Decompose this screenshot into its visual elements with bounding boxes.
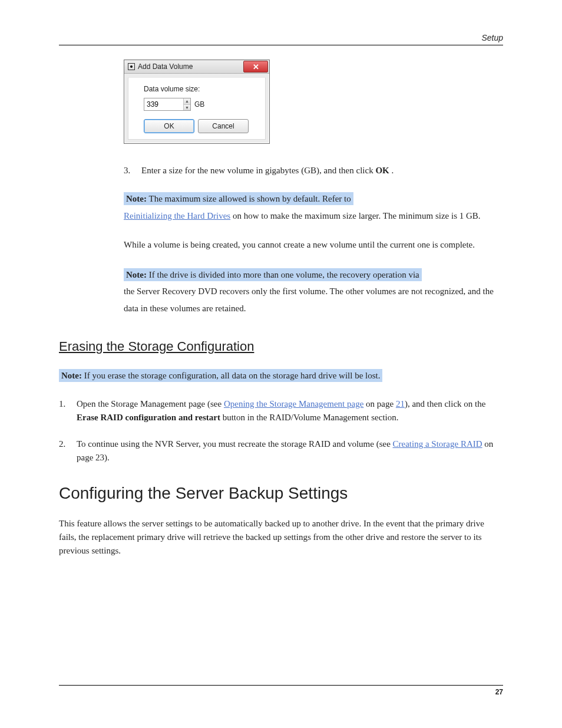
step-3: 3. Enter a size for the new volume in gi… bbox=[124, 164, 503, 177]
close-icon: ✕ bbox=[253, 62, 259, 71]
page-header: Setup bbox=[59, 33, 503, 45]
dialog-title: Add Data Volume bbox=[138, 62, 193, 71]
dialog-body: Data volume size: ▲ ▼ GB OK Cancel bbox=[128, 77, 266, 140]
heading-erase-storage: Erasing the Storage Configuration bbox=[59, 339, 503, 354]
volume-size-input[interactable] bbox=[144, 98, 183, 110]
link-creating-storage-raid[interactable]: Creating a Storage RAID bbox=[393, 439, 482, 449]
dialog-titlebar: Add Data Volume ✕ bbox=[124, 60, 269, 74]
step-number: 3. bbox=[124, 164, 133, 177]
page-footer: 27 bbox=[59, 685, 503, 696]
step-number: 1. bbox=[59, 397, 68, 425]
note-max-size: Note: The maximum size allowed is shown … bbox=[124, 190, 503, 224]
spin-down-icon[interactable]: ▼ bbox=[184, 104, 190, 111]
system-icon bbox=[128, 63, 135, 70]
close-button[interactable]: ✕ bbox=[243, 61, 268, 73]
page-number: 27 bbox=[495, 688, 503, 696]
ok-button[interactable]: OK bbox=[144, 119, 194, 133]
note-erase-warning: Note: If you erase the storage configura… bbox=[59, 367, 503, 384]
link-reinit-drives[interactable]: Reinitializing the Hard Drives bbox=[124, 211, 230, 220]
add-data-volume-dialog: Add Data Volume ✕ Data volume size: ▲ ▼ bbox=[124, 60, 270, 144]
heading-server-backup: Configuring the Server Backup Settings bbox=[59, 484, 503, 503]
erase-step-2: 2. To continue using the NVR Server, you… bbox=[59, 437, 503, 465]
link-page-21[interactable]: 21 bbox=[396, 399, 405, 409]
erase-step-1: 1. Open the Storage Management page (see… bbox=[59, 397, 503, 425]
warning-single-volume: While a volume is being created, you can… bbox=[124, 238, 503, 252]
step-number: 2. bbox=[59, 437, 68, 465]
unit-label: GB bbox=[194, 100, 204, 108]
server-backup-description: This feature allows the server settings … bbox=[59, 517, 503, 558]
link-open-storage-page[interactable]: Opening the Storage Management page bbox=[224, 399, 363, 409]
spin-up-icon[interactable]: ▲ bbox=[184, 98, 190, 104]
volume-size-label: Data volume size: bbox=[144, 85, 259, 93]
section-name: Setup bbox=[481, 33, 503, 42]
volume-size-stepper[interactable]: ▲ ▼ bbox=[144, 98, 191, 111]
note-recovery: Note: If the drive is divided into more … bbox=[124, 266, 503, 317]
cancel-button[interactable]: Cancel bbox=[198, 119, 249, 133]
